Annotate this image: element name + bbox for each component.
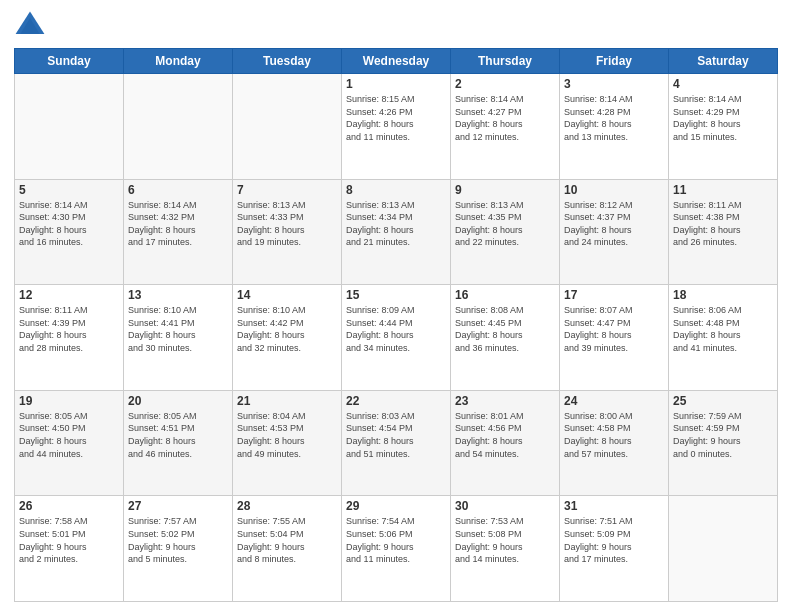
day-number: 11: [673, 183, 773, 197]
day-number: 9: [455, 183, 555, 197]
day-info: Sunrise: 7:55 AM Sunset: 5:04 PM Dayligh…: [237, 515, 337, 565]
calendar-cell: 25Sunrise: 7:59 AM Sunset: 4:59 PM Dayli…: [669, 390, 778, 496]
day-number: 25: [673, 394, 773, 408]
day-number: 21: [237, 394, 337, 408]
calendar-cell: 28Sunrise: 7:55 AM Sunset: 5:04 PM Dayli…: [233, 496, 342, 602]
day-number: 22: [346, 394, 446, 408]
day-info: Sunrise: 8:04 AM Sunset: 4:53 PM Dayligh…: [237, 410, 337, 460]
day-info: Sunrise: 8:14 AM Sunset: 4:30 PM Dayligh…: [19, 199, 119, 249]
calendar-cell: [15, 74, 124, 180]
day-info: Sunrise: 8:10 AM Sunset: 4:41 PM Dayligh…: [128, 304, 228, 354]
calendar-header-row: SundayMondayTuesdayWednesdayThursdayFrid…: [15, 49, 778, 74]
day-number: 2: [455, 77, 555, 91]
calendar-cell: [124, 74, 233, 180]
day-info: Sunrise: 8:14 AM Sunset: 4:28 PM Dayligh…: [564, 93, 664, 143]
calendar-cell: 12Sunrise: 8:11 AM Sunset: 4:39 PM Dayli…: [15, 285, 124, 391]
day-info: Sunrise: 8:12 AM Sunset: 4:37 PM Dayligh…: [564, 199, 664, 249]
day-info: Sunrise: 8:13 AM Sunset: 4:33 PM Dayligh…: [237, 199, 337, 249]
day-number: 30: [455, 499, 555, 513]
calendar-cell: 8Sunrise: 8:13 AM Sunset: 4:34 PM Daylig…: [342, 179, 451, 285]
day-info: Sunrise: 8:07 AM Sunset: 4:47 PM Dayligh…: [564, 304, 664, 354]
day-header-monday: Monday: [124, 49, 233, 74]
day-header-friday: Friday: [560, 49, 669, 74]
day-number: 26: [19, 499, 119, 513]
day-number: 4: [673, 77, 773, 91]
day-number: 31: [564, 499, 664, 513]
day-info: Sunrise: 8:13 AM Sunset: 4:34 PM Dayligh…: [346, 199, 446, 249]
day-number: 14: [237, 288, 337, 302]
day-info: Sunrise: 8:05 AM Sunset: 4:51 PM Dayligh…: [128, 410, 228, 460]
calendar-cell: 27Sunrise: 7:57 AM Sunset: 5:02 PM Dayli…: [124, 496, 233, 602]
calendar-cell: 13Sunrise: 8:10 AM Sunset: 4:41 PM Dayli…: [124, 285, 233, 391]
day-info: Sunrise: 8:15 AM Sunset: 4:26 PM Dayligh…: [346, 93, 446, 143]
header: [14, 10, 778, 42]
day-header-saturday: Saturday: [669, 49, 778, 74]
day-number: 1: [346, 77, 446, 91]
calendar-cell: 2Sunrise: 8:14 AM Sunset: 4:27 PM Daylig…: [451, 74, 560, 180]
calendar-table: SundayMondayTuesdayWednesdayThursdayFrid…: [14, 48, 778, 602]
calendar-cell: 24Sunrise: 8:00 AM Sunset: 4:58 PM Dayli…: [560, 390, 669, 496]
day-info: Sunrise: 7:53 AM Sunset: 5:08 PM Dayligh…: [455, 515, 555, 565]
calendar-cell: 18Sunrise: 8:06 AM Sunset: 4:48 PM Dayli…: [669, 285, 778, 391]
day-header-wednesday: Wednesday: [342, 49, 451, 74]
day-info: Sunrise: 7:58 AM Sunset: 5:01 PM Dayligh…: [19, 515, 119, 565]
calendar-cell: 1Sunrise: 8:15 AM Sunset: 4:26 PM Daylig…: [342, 74, 451, 180]
logo-icon: [14, 10, 46, 42]
calendar-cell: 19Sunrise: 8:05 AM Sunset: 4:50 PM Dayli…: [15, 390, 124, 496]
day-number: 23: [455, 394, 555, 408]
logo: [14, 10, 50, 42]
calendar-cell: 9Sunrise: 8:13 AM Sunset: 4:35 PM Daylig…: [451, 179, 560, 285]
day-number: 13: [128, 288, 228, 302]
day-info: Sunrise: 8:00 AM Sunset: 4:58 PM Dayligh…: [564, 410, 664, 460]
calendar-week-row: 12Sunrise: 8:11 AM Sunset: 4:39 PM Dayli…: [15, 285, 778, 391]
day-info: Sunrise: 8:01 AM Sunset: 4:56 PM Dayligh…: [455, 410, 555, 460]
day-number: 10: [564, 183, 664, 197]
calendar-cell: 11Sunrise: 8:11 AM Sunset: 4:38 PM Dayli…: [669, 179, 778, 285]
day-number: 28: [237, 499, 337, 513]
day-info: Sunrise: 8:03 AM Sunset: 4:54 PM Dayligh…: [346, 410, 446, 460]
page: SundayMondayTuesdayWednesdayThursdayFrid…: [0, 0, 792, 612]
day-info: Sunrise: 8:14 AM Sunset: 4:29 PM Dayligh…: [673, 93, 773, 143]
day-number: 12: [19, 288, 119, 302]
day-header-tuesday: Tuesday: [233, 49, 342, 74]
calendar-cell: [669, 496, 778, 602]
day-number: 8: [346, 183, 446, 197]
day-info: Sunrise: 8:10 AM Sunset: 4:42 PM Dayligh…: [237, 304, 337, 354]
day-header-sunday: Sunday: [15, 49, 124, 74]
day-info: Sunrise: 7:51 AM Sunset: 5:09 PM Dayligh…: [564, 515, 664, 565]
calendar-cell: 3Sunrise: 8:14 AM Sunset: 4:28 PM Daylig…: [560, 74, 669, 180]
day-number: 29: [346, 499, 446, 513]
calendar-cell: 26Sunrise: 7:58 AM Sunset: 5:01 PM Dayli…: [15, 496, 124, 602]
calendar-week-row: 26Sunrise: 7:58 AM Sunset: 5:01 PM Dayli…: [15, 496, 778, 602]
calendar-cell: 7Sunrise: 8:13 AM Sunset: 4:33 PM Daylig…: [233, 179, 342, 285]
day-info: Sunrise: 8:06 AM Sunset: 4:48 PM Dayligh…: [673, 304, 773, 354]
calendar-cell: 23Sunrise: 8:01 AM Sunset: 4:56 PM Dayli…: [451, 390, 560, 496]
calendar-cell: 22Sunrise: 8:03 AM Sunset: 4:54 PM Dayli…: [342, 390, 451, 496]
calendar-cell: 10Sunrise: 8:12 AM Sunset: 4:37 PM Dayli…: [560, 179, 669, 285]
day-info: Sunrise: 8:09 AM Sunset: 4:44 PM Dayligh…: [346, 304, 446, 354]
day-info: Sunrise: 8:13 AM Sunset: 4:35 PM Dayligh…: [455, 199, 555, 249]
calendar-cell: 21Sunrise: 8:04 AM Sunset: 4:53 PM Dayli…: [233, 390, 342, 496]
calendar-cell: 16Sunrise: 8:08 AM Sunset: 4:45 PM Dayli…: [451, 285, 560, 391]
day-number: 27: [128, 499, 228, 513]
day-info: Sunrise: 8:14 AM Sunset: 4:32 PM Dayligh…: [128, 199, 228, 249]
day-number: 18: [673, 288, 773, 302]
day-number: 24: [564, 394, 664, 408]
calendar-cell: 5Sunrise: 8:14 AM Sunset: 4:30 PM Daylig…: [15, 179, 124, 285]
calendar-cell: 15Sunrise: 8:09 AM Sunset: 4:44 PM Dayli…: [342, 285, 451, 391]
calendar-cell: 17Sunrise: 8:07 AM Sunset: 4:47 PM Dayli…: [560, 285, 669, 391]
day-number: 17: [564, 288, 664, 302]
calendar-cell: 14Sunrise: 8:10 AM Sunset: 4:42 PM Dayli…: [233, 285, 342, 391]
calendar-week-row: 5Sunrise: 8:14 AM Sunset: 4:30 PM Daylig…: [15, 179, 778, 285]
day-info: Sunrise: 7:57 AM Sunset: 5:02 PM Dayligh…: [128, 515, 228, 565]
day-number: 15: [346, 288, 446, 302]
calendar-week-row: 19Sunrise: 8:05 AM Sunset: 4:50 PM Dayli…: [15, 390, 778, 496]
day-info: Sunrise: 7:59 AM Sunset: 4:59 PM Dayligh…: [673, 410, 773, 460]
calendar-cell: 6Sunrise: 8:14 AM Sunset: 4:32 PM Daylig…: [124, 179, 233, 285]
day-info: Sunrise: 8:05 AM Sunset: 4:50 PM Dayligh…: [19, 410, 119, 460]
calendar-cell: 31Sunrise: 7:51 AM Sunset: 5:09 PM Dayli…: [560, 496, 669, 602]
day-info: Sunrise: 8:08 AM Sunset: 4:45 PM Dayligh…: [455, 304, 555, 354]
calendar-cell: 29Sunrise: 7:54 AM Sunset: 5:06 PM Dayli…: [342, 496, 451, 602]
day-info: Sunrise: 8:11 AM Sunset: 4:39 PM Dayligh…: [19, 304, 119, 354]
day-number: 16: [455, 288, 555, 302]
